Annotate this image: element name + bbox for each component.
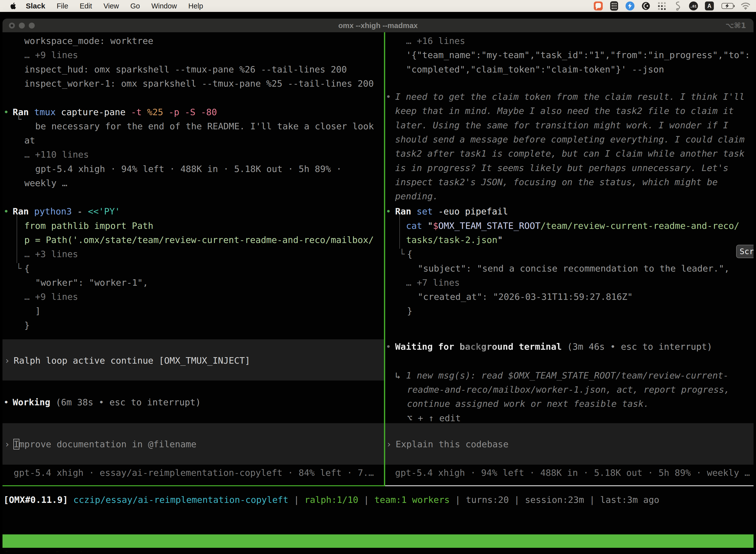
terminal-line: inspect_worker-1: omx sparkshell --tmux-… (2, 76, 384, 91)
contrast-icon[interactable] (641, 1, 651, 11)
terminal-line: p = Path('.omx/state/team/review-current… (2, 233, 384, 247)
badge-61-icon[interactable]: ..61 (689, 1, 698, 11)
terminal-line: tasks/task-2.json" (385, 233, 754, 247)
thinking-line: is in progress? It seems likely but perh… (385, 161, 754, 175)
terminal-line: inspect_hud: omx sparkshell --tmux-pane … (2, 62, 384, 76)
prompt-input-left[interactable]: › Improve documentation in @filename (2, 423, 384, 465)
terminal-line: cat "$OMX_TEAM_STATE_ROOT/team/review-cu… (385, 219, 754, 233)
command-name: python3 (34, 206, 77, 216)
working-label: Working (13, 397, 50, 407)
apple-menu-icon[interactable] (9, 2, 17, 10)
input-source-icon[interactable]: A (704, 1, 714, 11)
run-bullet-icon: • (386, 204, 391, 218)
mailbox-message-line: ↳ 1 new msg(s): read $OMX_TEAM_STATE_ROO… (385, 368, 754, 383)
omx-status-line: [OMX#0.11.9] cczip/essay/ai-reimplementa… (3, 493, 659, 507)
terminal-line: } (2, 318, 384, 332)
menu-item-window[interactable]: Window (151, 2, 177, 10)
terminal-line: … +9 lines (2, 48, 384, 62)
prompt-chevron-icon: › (4, 353, 10, 368)
terminal-line: … +110 lines (2, 148, 384, 162)
terminal-line: from pathlib import Path (2, 219, 384, 233)
terminal-line: └ { (385, 247, 754, 261)
run-bullet-icon: • (3, 204, 9, 218)
squiggle-icon[interactable] (673, 1, 683, 11)
omx-team-counter: team:1 workers (369, 495, 455, 505)
window-title-bar[interactable]: omx --xhigh --madmax ⌥⌘1 (2, 19, 754, 32)
status-bullet-icon: • (3, 395, 9, 409)
file-path: /team/review-current-readme-and-reco/ (541, 221, 739, 231)
prompt-chevron-icon: › (4, 437, 10, 451)
wifi-icon[interactable] (741, 1, 751, 11)
terminal-line: "worker": "worker-1", (2, 276, 384, 290)
command-name: cat (406, 221, 428, 231)
terminal-window: omx --xhigh --madmax ⌥⌘1 workspace_mode:… (2, 19, 754, 552)
terminal-line: gpt-5.4 xhigh · 94% left · 488K in · 5.1… (2, 162, 384, 176)
terminal-line: workspace_mode: worktree (2, 34, 384, 48)
terminal-line: … +9 lines (2, 290, 384, 304)
ralph-loop-text: Ralph loop active continue [OMX_TMUX_INJ… (14, 353, 250, 368)
command-name: set (417, 206, 438, 216)
text-cursor: I (14, 439, 19, 449)
omx-session-stats: | turns:20 | session:23m | last:3m ago (455, 495, 659, 505)
thinking-line: should send a message before completing … (385, 132, 754, 147)
terminal-content: workspace_mode: worktree … +9 lines insp… (2, 32, 754, 552)
terminal-line: … +7 lines (385, 276, 754, 290)
left-pane: workspace_mode: worktree … +9 lines insp… (2, 32, 384, 485)
tmux-window-name[interactable]: [omx-cczip0:bash* (4, 548, 90, 552)
terminal-line: weekly … (2, 176, 384, 190)
thinking-bullet-icon: • (386, 90, 391, 104)
terminal-line: "completed","claim_token":"claim-token"}… (385, 62, 754, 76)
pane-divider-vertical[interactable] (384, 32, 385, 485)
status-bullet-icon: • (386, 340, 391, 354)
command-line: • Ran python3 - <<'PY' (2, 204, 384, 218)
thinking-line: inspect task2's JSON, focusing on the st… (385, 175, 754, 189)
waiting-status-line: • Waiting for background terminal (3m 46… (385, 340, 754, 354)
right-pane: … +16 lines '{"team_name":"my-team","tas… (385, 32, 754, 485)
terminal-line: … +3 lines (2, 247, 384, 261)
mailbox-message-line: readme-and-reco/mailbox/worker-1.json, a… (385, 383, 754, 397)
input-placeholder: Explain this codebase (396, 437, 508, 451)
session-status-line: gpt-5.4 xhigh · essay/ai-reimplementatio… (2, 466, 384, 480)
thinking-line: keep that in mind. Maybe I also need the… (385, 104, 754, 118)
chat-icon[interactable] (593, 1, 603, 11)
terminal-line: … +16 lines (385, 34, 754, 48)
dots-grid-icon[interactable] (657, 1, 667, 11)
menu-item-edit[interactable]: Edit (80, 2, 92, 10)
file-path: tasks/task-2.json (406, 235, 497, 245)
terminal-line: be necessary for the end of the README. … (2, 119, 384, 133)
menu-item-file[interactable]: File (57, 2, 68, 10)
pane-divider-horizontal-right (385, 485, 754, 486)
terminal-line: "created_at": "2026-03-31T11:59:27.816Z" (385, 290, 754, 304)
command-line: • Ran set -euo pipefail (385, 204, 754, 218)
ralph-loop-banner: › Ralph loop active continue [OMX_TMUX_I… (2, 339, 384, 381)
menu-item-help[interactable]: Help (188, 2, 203, 10)
input-placeholder: Improve documentation in @filename (14, 437, 196, 451)
menu-item-go[interactable]: Go (130, 2, 140, 10)
menu-bar: Slack File Edit View Go Window Help (0, 0, 756, 12)
reply-arrow-icon: ↳ (395, 368, 400, 383)
menu-app-name[interactable]: Slack (26, 2, 45, 10)
keypad-icon[interactable] (609, 1, 619, 11)
working-status-line: • Working (6m 38s • esc to interrupt) (2, 395, 384, 409)
battery-icon[interactable] (720, 1, 735, 11)
env-var: OMX_TEAM_STATE_ROOT (438, 221, 541, 231)
pane-divider-horizontal-left (2, 485, 385, 486)
thinking-line: later. Using the same for transition mig… (385, 118, 754, 132)
output-corner-icon: └ (399, 247, 405, 261)
mailbox-message-line: continue assigned work or next feasible … (385, 397, 754, 411)
waiting-label: Waiting for background terminal (395, 341, 562, 352)
output-corner-icon: └ (16, 261, 21, 276)
omx-session-path: cczip/essay/ai-reimplementation-copyleft (68, 495, 294, 505)
prompt-chevron-icon: › (386, 437, 392, 451)
thinking-line: pending. (385, 189, 754, 203)
terminal-line: "subject": "send a concise recommendatio… (385, 261, 754, 276)
menu-item-view[interactable]: View (104, 2, 119, 10)
terminal-line: └ { (2, 261, 384, 276)
tmux-status-bar: [omx-cczip0:bash* "MacBook-Pro-44.local"… (2, 535, 754, 548)
sync-bolt-icon[interactable] (625, 1, 635, 11)
terminal-line: } (385, 304, 754, 318)
omx-version: [OMX#0.11.9] (3, 495, 68, 505)
terminal-line: at (2, 133, 384, 148)
screen-share-tooltip: Scre (736, 245, 754, 258)
prompt-input-right[interactable]: › Explain this codebase (385, 423, 754, 465)
